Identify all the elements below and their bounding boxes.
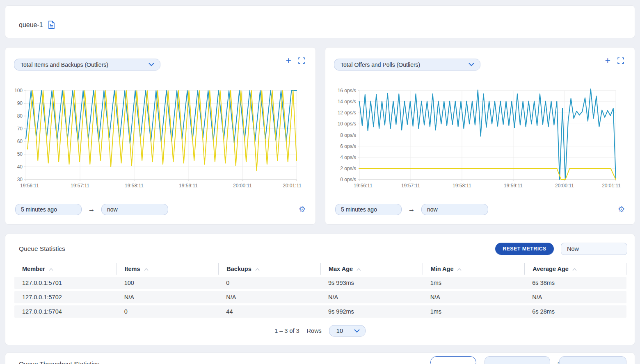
svg-text:100: 100 (14, 88, 23, 93)
arrow-right-icon: → (402, 205, 421, 214)
svg-text:20:01:11: 20:01:11 (283, 183, 302, 189)
svg-text:19:56:11: 19:56:11 (20, 183, 39, 189)
time-from-input[interactable]: 5 minutes ago (335, 204, 402, 215)
svg-text:90: 90 (17, 100, 23, 106)
metrics-time-input[interactable]: Now (561, 243, 627, 255)
chevron-down-icon (354, 329, 360, 333)
queue-statistics-card: Queue Statistics RESET METRICS Now Membe… (5, 234, 635, 345)
table-row: 127.0.0.1:5702N/AN/AN/AN/AN/A (14, 291, 626, 303)
table-cell: N/A (524, 291, 626, 303)
table-cell: N/A (117, 291, 219, 303)
chevron-down-icon (149, 63, 154, 66)
throughput-action-button[interactable] (430, 356, 476, 364)
time-from-input[interactable]: 5 minutes ago (15, 204, 82, 215)
document-icon[interactable] (48, 20, 55, 29)
column-header-member[interactable]: Member (14, 263, 117, 275)
table-cell: 0 (218, 277, 320, 289)
column-header-max-age[interactable]: Max Age (320, 263, 423, 275)
svg-text:19:58:11: 19:58:11 (453, 183, 471, 189)
offers-polls-chart-card: Total Offers and Polls (Outliers) + 0 op… (325, 47, 635, 225)
rows-per-page-select[interactable]: 10 (329, 325, 366, 337)
table-cell: 127.0.0.1:5701 (14, 277, 117, 289)
metric-selector[interactable]: Total Offers and Polls (Outliers) (334, 59, 480, 71)
column-header-min-age[interactable]: Min Age (423, 263, 525, 275)
svg-text:20:00:11: 20:00:11 (555, 183, 574, 189)
svg-text:16 ops/s: 16 ops/s (338, 88, 356, 93)
gear-icon[interactable]: ⚙ (299, 205, 306, 213)
fullscreen-icon[interactable] (617, 57, 624, 64)
sort-caret-icon (49, 268, 53, 271)
queue-header-card: queue-1 (5, 5, 635, 38)
svg-text:10 ops/s: 10 ops/s (338, 121, 356, 127)
svg-text:20:01:11: 20:01:11 (602, 183, 621, 189)
pagination-range: 1 – 3 of 3 (274, 328, 299, 334)
queue-statistics-table: MemberItemsBackupsMax AgeMin AgeAverage … (14, 261, 626, 320)
time-to-input[interactable]: now (101, 204, 168, 215)
time-to-input[interactable]: now (421, 204, 488, 215)
table-cell: N/A (423, 291, 525, 303)
add-chart-icon[interactable]: + (605, 57, 610, 65)
table-cell: 9s 992ms (320, 305, 423, 318)
table-cell: 1ms (423, 277, 525, 289)
table-cell: 9s 993ms (320, 277, 423, 289)
table-cell: 1ms (423, 305, 525, 318)
svg-text:19:59:11: 19:59:11 (504, 183, 523, 189)
table-cell: 127.0.0.1:5702 (14, 291, 117, 303)
rows-per-page-value: 10 (336, 328, 343, 334)
svg-text:14 ops/s: 14 ops/s (338, 99, 356, 105)
rows-label: Rows (307, 328, 322, 334)
offers-polls-line-chart: 0 ops/s2 ops/s4 ops/s6 ops/s8 ops/s10 op… (334, 84, 624, 192)
table-cell: 6s 38ms (524, 277, 626, 289)
time-to-value: now (107, 206, 118, 213)
table-cell: N/A (320, 291, 423, 303)
pagination: 1 – 3 of 3 Rows 10 (5, 325, 635, 337)
table-cell: 0 (117, 305, 219, 318)
queue-throughput-card: Queue Throughput Statistics → (5, 353, 635, 364)
reset-metrics-button[interactable]: RESET METRICS (495, 243, 554, 255)
time-to-value: now (427, 206, 438, 213)
time-to-input[interactable] (559, 356, 626, 364)
sort-caret-icon (457, 268, 462, 271)
svg-text:19:59:11: 19:59:11 (179, 183, 198, 189)
items-backups-chart-card: Total Items and Backups (Outliers) + 304… (5, 47, 316, 225)
add-chart-icon[interactable]: + (286, 57, 291, 65)
gear-icon[interactable]: ⚙ (618, 205, 625, 213)
arrow-right-icon: → (82, 205, 101, 214)
table-header-row: MemberItemsBackupsMax AgeMin AgeAverage … (14, 263, 626, 275)
table-cell: 127.0.0.1:5704 (14, 305, 117, 318)
svg-text:2 ops/s: 2 ops/s (340, 166, 356, 171)
svg-text:40: 40 (17, 164, 23, 170)
svg-text:20:00:11: 20:00:11 (233, 183, 252, 189)
time-from-value: 5 minutes ago (21, 206, 57, 213)
table-cell: N/A (218, 291, 320, 303)
column-header-backups[interactable]: Backups (218, 263, 320, 275)
fullscreen-icon[interactable] (298, 57, 305, 64)
sort-caret-icon (144, 268, 149, 271)
table-cell: 44 (218, 305, 320, 318)
column-header-items[interactable]: Items (117, 263, 219, 275)
svg-text:80: 80 (17, 113, 23, 119)
sort-caret-icon (255, 268, 260, 271)
metric-selector[interactable]: Total Items and Backups (Outliers) (14, 59, 160, 71)
time-from-value: 5 minutes ago (341, 206, 377, 213)
time-from-input[interactable] (485, 356, 550, 364)
svg-text:50: 50 (17, 151, 23, 157)
svg-text:70: 70 (17, 126, 23, 132)
svg-text:60: 60 (17, 139, 23, 144)
sort-caret-icon (357, 268, 361, 271)
column-header-average-age[interactable]: Average Age (524, 263, 626, 275)
metric-selector-value: Total Offers and Polls (Outliers) (341, 61, 420, 68)
svg-text:8 ops/s: 8 ops/s (340, 132, 356, 138)
svg-text:4 ops/s: 4 ops/s (340, 155, 356, 160)
section-title: Queue Throughput Statistics (19, 360, 99, 364)
queue-name: queue-1 (19, 21, 43, 29)
queue-table-body: 127.0.0.1:570110009s 993ms1ms6s 38ms127.… (14, 277, 626, 318)
metric-selector-value: Total Items and Backups (Outliers) (21, 61, 108, 68)
svg-text:30: 30 (17, 177, 23, 182)
svg-text:19:56:11: 19:56:11 (354, 183, 373, 189)
table-row: 127.0.0.1:570110009s 993ms1ms6s 38ms (14, 277, 626, 289)
svg-text:19:57:11: 19:57:11 (71, 183, 89, 189)
chevron-down-icon (469, 63, 474, 66)
table-row: 127.0.0.1:57040449s 992ms1ms6s 28ms (14, 305, 626, 318)
table-cell: 6s 28ms (524, 305, 626, 318)
